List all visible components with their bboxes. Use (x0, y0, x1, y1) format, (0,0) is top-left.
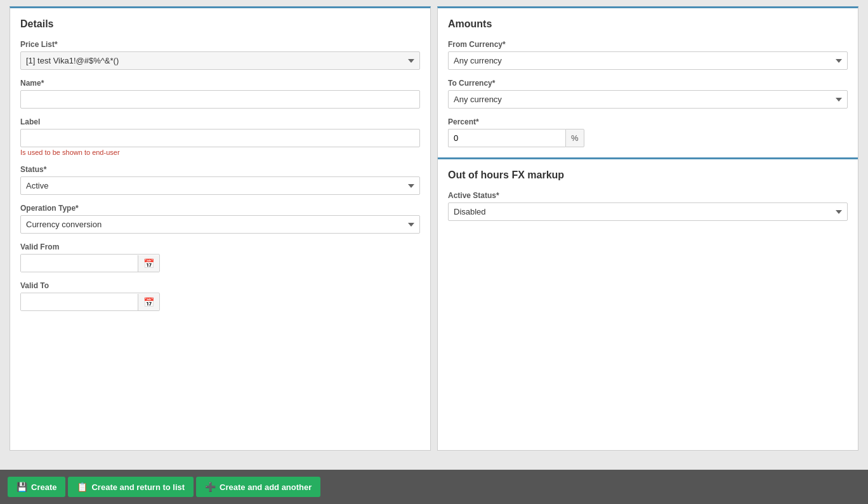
active-status-label: Active Status* (448, 191, 848, 200)
label-hint: Is used to be shown to end-user (20, 149, 420, 156)
valid-to-label: Valid To (20, 281, 420, 290)
create-return-label: Create and return to list (91, 482, 185, 492)
status-select[interactable]: ActiveInactive (20, 176, 420, 195)
create-label: Create (31, 482, 56, 492)
percent-input[interactable]: 0 (448, 129, 565, 147)
percent-symbol: % (565, 129, 584, 147)
details-panel: Details Price List* [1] test Vika1!@#$%^… (10, 6, 431, 451)
valid-to-group: Valid To 📅 (20, 281, 420, 311)
from-currency-label: From Currency* (448, 40, 848, 49)
percent-label: Percent* (448, 117, 848, 126)
valid-to-wrapper: 📅 (20, 293, 160, 311)
price-list-group: Price List* [1] test Vika1!@#$%^&*() (20, 40, 420, 70)
amounts-title: Amounts (448, 18, 848, 30)
from-currency-select[interactable]: Any currencyUSDEURGBP (448, 51, 848, 70)
details-title: Details (20, 18, 420, 30)
valid-from-wrapper: 📅 (20, 254, 160, 272)
valid-from-input[interactable] (21, 255, 138, 272)
from-currency-group: From Currency* Any currencyUSDEURGBP (448, 40, 848, 70)
valid-to-input[interactable] (21, 293, 138, 310)
create-button[interactable]: 💾 Create (8, 477, 65, 497)
name-group: Name* (20, 79, 420, 109)
to-currency-label: To Currency* (448, 79, 848, 88)
amounts-section: Amounts From Currency* Any currencyUSDEU… (448, 18, 848, 147)
fx-markup-section: Out of hours FX markup Active Status* Di… (448, 169, 848, 221)
to-currency-group: To Currency* Any currencyUSDEURGBP (448, 79, 848, 109)
label-label: Label (20, 117, 420, 126)
price-list-select[interactable]: [1] test Vika1!@#$%^&*() (20, 51, 420, 70)
label-group: Label Is used to be shown to end-user (20, 117, 420, 156)
calendar-icon: 📅 (143, 258, 154, 269)
calendar-icon-2: 📅 (143, 297, 154, 307)
valid-from-group: Valid From 📅 (20, 242, 420, 272)
valid-from-calendar-button[interactable]: 📅 (138, 255, 159, 272)
active-status-select[interactable]: DisabledEnabled (448, 202, 848, 221)
create-icon: 💾 (16, 482, 27, 492)
valid-to-calendar-button[interactable]: 📅 (138, 294, 159, 310)
operation-type-select[interactable]: Currency conversionFixed priceDiscount (20, 215, 420, 234)
name-label: Name* (20, 79, 420, 88)
to-currency-select[interactable]: Any currencyUSDEURGBP (448, 90, 848, 109)
name-input[interactable] (20, 90, 420, 109)
active-status-group: Active Status* DisabledEnabled (448, 191, 848, 221)
create-add-label: Create and add another (220, 482, 312, 492)
footer-bar: 💾 Create 📋 Create and return to list ➕ C… (0, 470, 868, 504)
operation-type-group: Operation Type* Currency conversionFixed… (20, 204, 420, 234)
percent-wrapper: 0 % (448, 129, 562, 147)
percent-group: Percent* 0 % (448, 117, 848, 147)
valid-from-label: Valid From (20, 242, 420, 251)
label-input[interactable] (20, 129, 420, 147)
operation-type-label: Operation Type* (20, 204, 420, 213)
create-add-button[interactable]: ➕ Create and add another (196, 477, 320, 497)
create-return-icon: 📋 (77, 482, 88, 492)
price-list-label: Price List* (20, 40, 420, 49)
status-group: Status* ActiveInactive (20, 165, 420, 195)
right-panel: Amounts From Currency* Any currencyUSDEU… (437, 6, 858, 451)
create-return-button[interactable]: 📋 Create and return to list (68, 477, 194, 497)
section-divider (438, 157, 858, 159)
status-label: Status* (20, 165, 420, 174)
create-add-icon: ➕ (205, 482, 216, 492)
fx-markup-title: Out of hours FX markup (448, 169, 848, 181)
